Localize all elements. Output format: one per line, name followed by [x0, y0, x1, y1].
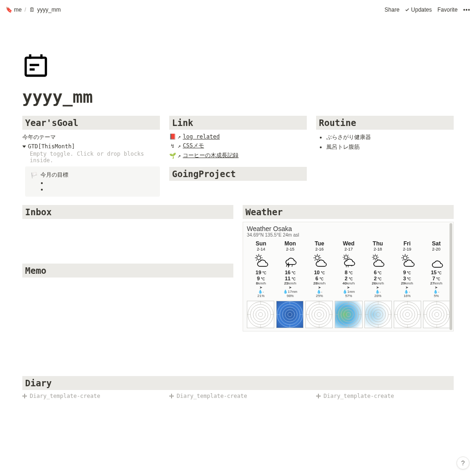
- precip: 💧-: [305, 290, 334, 294]
- more-button[interactable]: •••: [463, 7, 470, 13]
- pressure-tile: [423, 301, 450, 328]
- svg-line-50: [403, 260, 403, 261]
- callout-bullet-2[interactable]: [31, 185, 154, 192]
- breadcrumb-page-label: yyyy_mm: [37, 7, 61, 13]
- inbox-body[interactable]: [22, 222, 233, 264]
- wind-arrow-icon: ➤: [247, 285, 275, 290]
- day-date: 2-15: [276, 247, 304, 251]
- svg-line-45: [377, 255, 377, 255]
- svg-line-33: [348, 255, 348, 255]
- temp-hi: 6℃: [364, 269, 392, 275]
- svg-point-64: [288, 312, 292, 317]
- temp-hi: 10℃: [305, 269, 334, 275]
- diary-create-3[interactable]: Diary_template-create: [316, 393, 454, 399]
- weather-title: Weather Osaka: [247, 225, 450, 232]
- svg-line-22: [315, 255, 316, 256]
- link-item[interactable]: 📕↗log related: [169, 132, 307, 141]
- routine-item[interactable]: 風呂トレ腹筋: [326, 142, 454, 152]
- temp-lo: 2℃: [335, 275, 363, 281]
- weather-day: Sat2-2015℃7℃27km/h➤💧-5%: [422, 239, 450, 299]
- diary-create-1[interactable]: Diary_template-create: [22, 393, 160, 399]
- svg-point-55: [258, 312, 263, 317]
- plus-icon: [169, 394, 174, 398]
- updates-button[interactable]: Updates: [405, 7, 432, 13]
- svg-point-65: [285, 310, 295, 319]
- svg-point-75: [312, 307, 327, 322]
- precip: 💧-: [393, 290, 421, 294]
- wind: 26km/h: [364, 281, 392, 285]
- day-date: 2-18: [364, 247, 392, 251]
- humidity: 25%: [305, 294, 334, 298]
- weather-icon: [276, 251, 304, 269]
- toggle-empty-hint[interactable]: Empty toggle. Click or drop blocks insid…: [22, 151, 160, 164]
- top-columns: Year'sGoal 今年のテーマ GTD[ThisMonth] Empty t…: [22, 116, 454, 197]
- routine-item[interactable]: ぶらさがり健康器: [326, 132, 454, 142]
- breadcrumb-page[interactable]: 🗓 yyyy_mm: [29, 7, 61, 13]
- flag-icon: 🏳️: [31, 172, 38, 178]
- svg-point-67: [280, 304, 300, 324]
- svg-line-24: [319, 255, 320, 256]
- breadcrumb-root-label: me: [14, 7, 22, 13]
- favorite-button[interactable]: Favorite: [437, 7, 457, 13]
- memo-body[interactable]: [22, 280, 233, 364]
- precip: 💧1mm: [335, 290, 363, 294]
- help-button[interactable]: ?: [456, 456, 469, 469]
- svg-line-31: [344, 255, 344, 255]
- month-goal-callout[interactable]: 🏳️ 今月の目標: [25, 166, 160, 197]
- svg-line-9: [256, 260, 257, 261]
- weather-icon: [305, 251, 334, 269]
- notepad-icon: [22, 52, 49, 79]
- day-date: 2-14: [247, 247, 275, 251]
- link-item-label: CSSメモ: [183, 142, 204, 150]
- svg-point-95: [365, 302, 391, 327]
- precip: 💧-: [364, 290, 392, 294]
- svg-line-11: [256, 255, 257, 256]
- wind: 29km/h: [393, 281, 421, 285]
- svg-point-82: [346, 312, 350, 317]
- link-item[interactable]: 🌱↗コーヒーの木成長記録: [169, 151, 307, 160]
- topbar: 🔖 me / 🗓 yyyy_mm Share Updates Favorite …: [0, 0, 476, 20]
- mid-columns: Inbox Memo Weather Weather Osaka 34.69°N…: [22, 205, 454, 364]
- top-actions: Share Updates Favorite •••: [384, 7, 470, 13]
- page-title[interactable]: yyyy_mm: [22, 87, 454, 106]
- link-item-label: コーヒーの木成長記録: [183, 152, 238, 159]
- svg-point-25: [344, 256, 348, 259]
- day-name: Tue: [305, 240, 334, 247]
- gtd-toggle[interactable]: GTD[ThisMonth]: [22, 142, 160, 151]
- calendar-icon: 🗓: [29, 7, 35, 13]
- link-item-icon: 🌱: [169, 152, 176, 159]
- diary-create-label: Diary_template-create: [30, 393, 100, 399]
- page-icon[interactable]: [22, 52, 49, 79]
- callout-bullet-1[interactable]: [31, 179, 154, 185]
- share-button[interactable]: Share: [384, 7, 399, 13]
- diary-create-2[interactable]: Diary_template-create: [169, 393, 307, 399]
- weather-widget[interactable]: Weather Osaka 34.69°N 135.5°E 24m asl Su…: [243, 222, 454, 331]
- theme-label[interactable]: 今年のテーマ: [22, 132, 160, 142]
- temp-hi: 15℃: [422, 269, 450, 275]
- weather-icon: [393, 251, 421, 269]
- svg-point-92: [373, 310, 383, 319]
- temp-lo: 2℃: [364, 275, 392, 281]
- breadcrumb-root[interactable]: 🔖 me: [6, 7, 22, 13]
- svg-point-37: [374, 256, 377, 259]
- memo-heading: Memo: [22, 264, 233, 278]
- day-name: Fri: [393, 240, 421, 247]
- diary-create-label: Diary_template-create: [177, 393, 247, 399]
- pressure-tile: [305, 301, 333, 328]
- link-item-label: log related: [183, 133, 219, 140]
- weather-day: Mon2-1516℃11℃23km/h➤💧17mm98%: [276, 239, 304, 299]
- svg-point-77: [306, 302, 332, 327]
- concentric-icon: [394, 301, 421, 328]
- day-date: 2-16: [305, 247, 334, 251]
- link-item[interactable]: ↯↗CSSメモ: [169, 141, 307, 151]
- pressure-tile: [276, 301, 304, 328]
- svg-point-113: [424, 302, 450, 327]
- temp-lo: 6℃: [305, 275, 334, 281]
- inbox-heading: Inbox: [22, 205, 233, 219]
- breadcrumb: 🔖 me / 🗓 yyyy_mm: [6, 7, 61, 13]
- yearsgoal-section: Year'sGoal 今年のテーマ GTD[ThisMonth] Empty t…: [22, 116, 160, 197]
- svg-point-5: [257, 256, 261, 260]
- arrow-icon: ↗: [178, 133, 181, 140]
- link-section: Link 📕↗log related↯↗CSSメモ🌱↗コーヒーの木成長記録 Go…: [169, 116, 307, 197]
- check-icon: [405, 7, 410, 12]
